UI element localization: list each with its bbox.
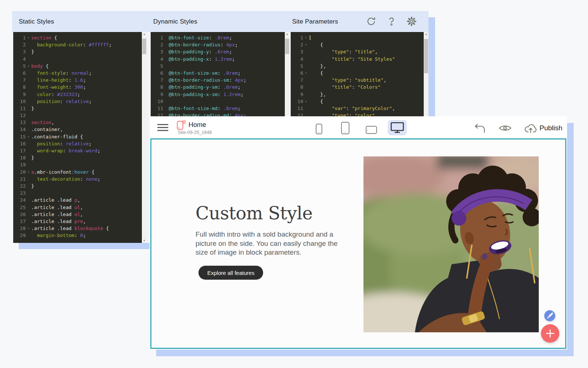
code-line: 4@btn-padding-x: 1.2rem;: [151, 56, 290, 63]
code-line: 9 color: #232323;: [13, 91, 147, 98]
code-line: 23: [13, 190, 147, 197]
code-line: 7 line-height: 1.6;: [13, 77, 147, 84]
settings-gear-icon[interactable]: [406, 16, 417, 26]
code-line: 18}: [13, 154, 147, 161]
refresh-icon[interactable]: [366, 16, 376, 26]
add-block-button[interactable]: [541, 324, 559, 343]
code-line: 11@btn-font-size-md: .8rem;: [151, 105, 290, 112]
code-line: 3@btn-padding-y: .6rem;: [151, 48, 290, 55]
site-builder-window: Home Site-09-25_1648: [150, 116, 567, 350]
hero-heading[interactable]: Custom Style: [196, 203, 312, 223]
code-line: 24.article .lead p,: [13, 197, 147, 204]
code-line: 19: [13, 161, 147, 168]
device-desktop-icon: [391, 122, 404, 133]
explore-features-button[interactable]: Explore all features: [198, 266, 263, 280]
publish-cloud-icon[interactable]: [524, 123, 537, 133]
code-line: 6▾ {: [291, 70, 429, 77]
code-line: 17 word-wrap: break-word;: [13, 147, 147, 154]
code-line: 5 },: [291, 63, 429, 70]
code-line: 12: [13, 112, 147, 119]
device-phone-portrait-icon[interactable]: [316, 124, 322, 134]
code-line: 22}: [13, 183, 147, 190]
code-line: 6 font-style: normal;: [13, 70, 147, 77]
code-line: 5▾body {: [13, 63, 147, 70]
undo-icon[interactable]: [472, 124, 487, 133]
static-scrollbar[interactable]: ▲ ▼: [142, 32, 147, 243]
scroll-up-arrow-icon[interactable]: ▲: [142, 32, 147, 36]
new-site-phone-icon: [176, 120, 186, 130]
code-line: 3}: [13, 48, 147, 55]
code-line: 14.container,: [13, 126, 147, 133]
code-line: 4 "title": "Site Styles": [291, 56, 429, 63]
code-line: 1▾section {: [13, 34, 147, 41]
code-line: 9 },: [291, 91, 429, 98]
scroll-down-arrow-icon[interactable]: ▼: [142, 238, 147, 243]
code-line: 28▾.article .lead blockquote {: [13, 225, 147, 232]
device-tablet-landscape-icon[interactable]: [366, 126, 377, 134]
code-line: 2▾ {: [291, 41, 429, 48]
code-line: 1@btn-font-size: .8rem;: [151, 34, 290, 41]
code-line: 9@btn-padding-x-sm: 1.2rem;: [151, 91, 290, 98]
builder-toolbar: Home Site-09-25_1648: [150, 116, 567, 138]
code-line: 7 "type": "subtitle",: [291, 77, 429, 84]
device-tablet-portrait-icon[interactable]: [341, 122, 349, 134]
page-title[interactable]: Home: [189, 121, 206, 129]
code-line: 11 "var": "primaryColor",: [291, 105, 429, 112]
code-line: 16 position: relative;: [13, 140, 147, 147]
code-line: 21 text-decoration: none;: [13, 176, 147, 183]
editor-header-band: Static Styles Dynamic Styles Site Parame…: [12, 11, 429, 32]
code-line: 8 "title": "Colors": [291, 84, 429, 91]
code-line: 8 font-weight: 300;: [13, 84, 147, 91]
app-root: { "colors":{ "accent_teal":"#33a7b5","ac…: [0, 0, 588, 368]
code-line: 26.article .lead ol,: [13, 211, 147, 218]
code-line: 6@btn-font-size-sm: .8rem;: [151, 70, 290, 77]
site-name: Site-09-25_1648: [178, 130, 212, 135]
menu-icon[interactable]: [157, 124, 168, 131]
code-line: 13section,: [13, 119, 147, 126]
device-desktop-button[interactable]: [388, 120, 407, 135]
preview-eye-icon[interactable]: [499, 124, 512, 132]
scroll-up-arrow-icon[interactable]: ▲: [285, 32, 290, 36]
code-line: 10 position: relative;: [13, 98, 147, 105]
static-styles-title: Static Styles: [19, 18, 54, 25]
plus-icon: [541, 324, 559, 343]
code-line: 4: [13, 56, 147, 63]
code-line: 2 background-color: #ffffff;: [13, 41, 147, 48]
code-line: 10: [151, 98, 290, 105]
hero-paragraph[interactable]: Full width intro with a sold background …: [196, 230, 343, 257]
edit-pencil-button[interactable]: [544, 310, 555, 321]
code-line: 27.article .lead pre,: [13, 218, 147, 225]
code-line: 15▾.container-fluid {: [13, 133, 147, 140]
code-line: 10▾ {: [291, 98, 429, 105]
code-line: 7@btn-border-radius-sm: 4px;: [151, 77, 290, 84]
code-line: 25.article .lead ul,: [13, 204, 147, 211]
code-line: 5: [151, 63, 290, 70]
pencil-icon: [544, 310, 555, 321]
site-parameters-title: Site Parameters: [292, 18, 338, 25]
static-styles-code-editor[interactable]: 1▾section {2 background-color: #ffffff;3…: [13, 32, 147, 243]
dynamic-styles-title: Dynamic Styles: [153, 18, 197, 25]
help-icon[interactable]: [386, 16, 397, 26]
code-line: 29 margin-bottom: 0;: [13, 232, 147, 239]
publish-button[interactable]: Publish: [539, 124, 562, 132]
code-line: 2@btn-border-radius: 4px;: [151, 41, 290, 48]
code-line: 20▾a.mbr-iconfont:hover {: [13, 169, 147, 176]
code-line: 1▾[: [291, 34, 429, 41]
hero-photo[interactable]: [363, 156, 539, 332]
code-line: 8@btn-padding-y-sm: .6rem;: [151, 84, 290, 91]
page-preview-canvas: Custom Style Full width intro with a sol…: [150, 138, 566, 349]
code-line: 3 "type": "title",: [291, 48, 429, 55]
scroll-up-arrow-icon[interactable]: ▲: [424, 32, 429, 36]
code-line: 11}: [13, 105, 147, 112]
